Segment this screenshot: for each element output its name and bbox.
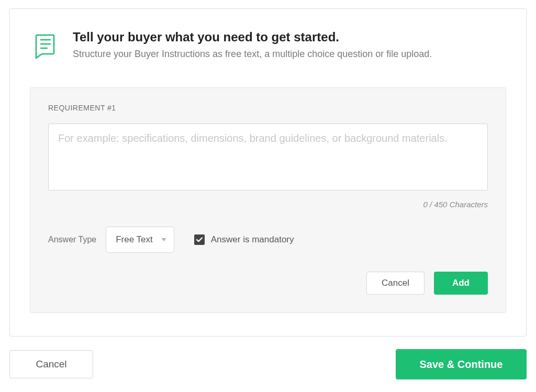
requirement-add-button[interactable]: Add — [434, 272, 488, 295]
checkbox-checked-icon — [194, 234, 205, 245]
requirement-cancel-button[interactable]: Cancel — [366, 272, 425, 295]
document-icon — [30, 31, 60, 63]
mandatory-label: Answer is mandatory — [211, 234, 294, 245]
header-text: Tell your buyer what you need to get sta… — [73, 30, 432, 60]
panel-subtitle: Structure your Buyer Instructions as fre… — [73, 49, 432, 60]
mandatory-checkbox[interactable]: Answer is mandatory — [194, 234, 294, 245]
answer-type-value: Free Text — [116, 234, 153, 245]
panel-header: Tell your buyer what you need to get sta… — [30, 30, 506, 63]
answer-type-label: Answer Type — [48, 235, 96, 244]
answer-row: Answer Type Free Text Answer is mandator… — [48, 227, 488, 253]
answer-type-select[interactable]: Free Text — [106, 227, 174, 253]
requirement-card: REQUIREMENT #1 0 / 450 Characters Answer… — [30, 87, 506, 313]
cancel-button[interactable]: Cancel — [9, 350, 93, 378]
page-footer: Cancel Save & Continue — [9, 349, 527, 379]
chevron-down-icon — [161, 238, 166, 241]
requirement-label: REQUIREMENT #1 — [48, 104, 488, 112]
character-counter: 0 / 450 Characters — [48, 200, 488, 209]
save-continue-button[interactable]: Save & Continue — [396, 349, 527, 379]
requirements-panel: Tell your buyer what you need to get sta… — [9, 8, 527, 337]
panel-title: Tell your buyer what you need to get sta… — [73, 30, 432, 44]
requirement-footer: Cancel Add — [48, 272, 488, 295]
requirement-input[interactable] — [48, 124, 488, 191]
